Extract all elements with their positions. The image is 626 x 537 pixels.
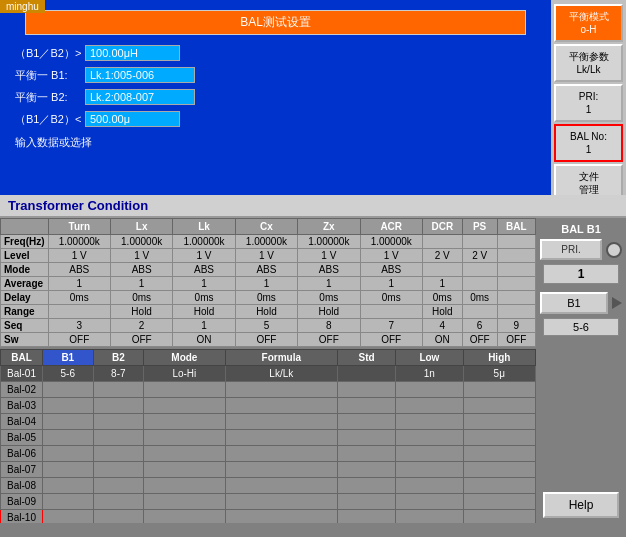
top-left-panel: minghu BAL测试设置 （B1／B2）> 平衡一 B1: 平衡一 B2: … [0,0,551,195]
bal-row[interactable]: Bal-015-68-7Lo-HiLk/Lk1n5μ [1,366,536,382]
param-row: RangeHoldHoldHoldHoldHold [1,305,536,319]
pri-control: PRI. [540,239,622,260]
bal-row-cell [337,414,395,430]
bal-row[interactable]: Bal-05 [1,430,536,446]
param-row-label: Delay [1,291,49,305]
bal-row-cell [225,510,337,524]
param-row: Seq321587469 [1,319,536,333]
bal-row[interactable]: Bal-10 [1,510,536,524]
row4-input[interactable] [85,111,180,127]
section-title: Transformer Condition [0,195,626,218]
param-row-cell: 1 V [173,249,235,263]
param-row-cell [462,263,497,277]
bal-row-cell [43,398,94,414]
bal-row[interactable]: Bal-06 [1,446,536,462]
bal-row-cell [93,494,144,510]
param-row: Level1 V1 V1 V1 V1 V1 V2 V2 V [1,249,536,263]
help-button[interactable]: Help [543,492,619,518]
bal-row-cell [337,398,395,414]
param-row-cell: 1.00000k [173,235,235,249]
param-row-cell [497,305,535,319]
param-row-cell: 0ms [360,291,422,305]
param-col-dcr: DCR [422,219,462,235]
param-row: Freq(Hz)1.00000k1.00000k1.00000k1.00000k… [1,235,536,249]
bal-row-cell [93,414,144,430]
bal-row-cell [144,382,225,398]
bal-row[interactable]: Bal-03 [1,398,536,414]
param-row-cell: Hold [110,305,172,319]
param-row-cell: 1 V [48,249,110,263]
b1-control: B1 [540,292,622,314]
param-row-cell: 1.00000k [235,235,297,249]
bal-row-cell: Lo-Hi [144,366,225,382]
param-row-cell: 1 [173,277,235,291]
bal-row-cell [144,446,225,462]
bal-row-cell [463,478,535,494]
bal-row-cell: 1n [396,366,463,382]
bal-row-cell [225,478,337,494]
param-row-cell [497,277,535,291]
bal-col-b1: B1 [43,350,94,366]
row3-input[interactable] [85,89,195,105]
param-row-cell: 1 [235,277,297,291]
pri-value: 1 [543,264,619,284]
bal-row-cell [463,462,535,478]
param-col-lx: Lx [110,219,172,235]
bal-row-cell: 5μ [463,366,535,382]
param-row-cell: ABS [173,263,235,277]
bal-no-btn[interactable]: BAL No: 1 [554,124,623,162]
bal-col-mode: Mode [144,350,225,366]
bal-row-cell [43,494,94,510]
bal-row-cell [93,382,144,398]
balance-mode-btn[interactable]: 平衡模式 o-H [554,4,623,42]
param-table: Turn Lx Lk Cx Zx ACR DCR PS BAL Freq(Hz)… [0,218,536,347]
bal-row[interactable]: Bal-07 [1,462,536,478]
param-row-cell: 1 V [110,249,172,263]
bal-row-cell [144,430,225,446]
bal-row-cell [43,510,94,524]
param-row-cell: ON [422,333,462,347]
bal-row-cell: Bal-05 [1,430,43,446]
bal-row-cell [225,414,337,430]
param-row-cell [422,263,462,277]
param-row-cell [497,263,535,277]
param-row: SwOFFOFFONOFFOFFOFFONOFFOFF [1,333,536,347]
pri-btn[interactable]: PRI: 1 [554,84,623,122]
bal-row-cell [93,462,144,478]
bal-row-cell [144,478,225,494]
dialog-title: BAL测试设置 [25,10,526,35]
bal-row-cell: Lk/Lk [225,366,337,382]
bottom-section: Transformer Condition Turn Lx Lk Cx Zx A… [0,195,626,537]
bal-row-cell [225,398,337,414]
param-row-cell: OFF [298,333,360,347]
app-container: minghu BAL测试设置 （B1／B2）> 平衡一 B1: 平衡一 B2: … [0,0,626,537]
bal-row[interactable]: Bal-02 [1,382,536,398]
param-row-cell: 2 V [462,249,497,263]
bal-row[interactable]: Bal-04 [1,414,536,430]
bal-row-cell [463,494,535,510]
bal-row-cell: Bal-03 [1,398,43,414]
balance-param-btn[interactable]: 平衡参数 Lk/Lk [554,44,623,82]
pri-label-btn: PRI. [540,239,602,260]
param-row-cell: 5 [235,319,297,333]
bal-row-cell [337,430,395,446]
bal-row-cell [93,430,144,446]
param-row-label: Mode [1,263,49,277]
param-row-cell: 2 V [422,249,462,263]
bal-row[interactable]: Bal-09 [1,494,536,510]
bal-row-cell: Bal-04 [1,414,43,430]
b1-value: 5-6 [543,318,619,336]
bal-row-cell: Bal-06 [1,446,43,462]
bal-row[interactable]: Bal-08 [1,478,536,494]
param-row-cell: 1.00000k [110,235,172,249]
app-title: minghu [0,0,45,13]
bal-row-cell [43,414,94,430]
row2-input[interactable] [85,67,195,83]
pri-rotate-btn[interactable] [606,242,622,258]
row1-input[interactable] [85,45,180,61]
b1-arrow-btn[interactable] [612,297,622,309]
param-row-cell: OFF [110,333,172,347]
bal-row-cell [337,478,395,494]
param-row-cell: 4 [422,319,462,333]
param-row-cell: OFF [497,333,535,347]
